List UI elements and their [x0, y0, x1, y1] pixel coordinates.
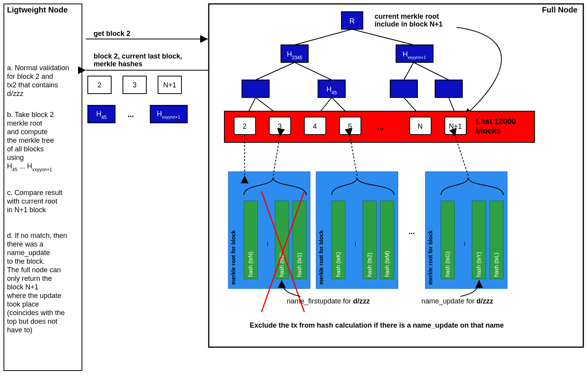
- svg-text:N: N: [418, 122, 423, 130]
- svg-text:...: ...: [351, 241, 357, 246]
- step-a: a. Normal validation for block 2 and tx2…: [7, 64, 71, 98]
- tree-l3a: [242, 80, 269, 98]
- full-node-title: Full Node: [542, 5, 577, 14]
- svg-text:hash (txL): hash (txL): [493, 253, 499, 277]
- svg-rect-6: [88, 105, 115, 123]
- svg-text:hash (tx2): hash (tx2): [366, 253, 373, 277]
- step-c: c. Compare result with current root in N…: [7, 189, 64, 214]
- annot2: name_update for d/zzz: [421, 297, 493, 305]
- svg-text:...: ...: [263, 241, 269, 246]
- svg-text:merkle root for block: merkle root for block: [230, 231, 236, 285]
- svg-text:3: 3: [278, 122, 282, 130]
- svg-line-20: [414, 62, 449, 80]
- svg-text:hash (txK): hash (txK): [335, 252, 341, 277]
- svg-text:hash (txG): hash (txG): [444, 252, 451, 277]
- svg-text:hash (txY): hash (txY): [476, 252, 482, 277]
- leaf-blocks: 2 3 4 5 ... N N+1: [234, 117, 466, 135]
- svg-text:hash (txM): hash (txM): [384, 251, 390, 277]
- svg-text:2: 2: [243, 122, 247, 130]
- between-dots: ...: [409, 227, 415, 236]
- tree-edges: [246, 29, 457, 117]
- svg-text:3: 3: [133, 81, 137, 89]
- step-d: d. If no match, then there was a name_up…: [7, 232, 69, 334]
- root-note: current merkle root include in block N+1: [375, 12, 443, 28]
- svg-line-18: [295, 62, 332, 80]
- footer-text: Exclude the tx from hash calculation if …: [250, 321, 504, 329]
- svg-text:...: ...: [377, 122, 384, 131]
- response-hashes: H45 ... Hxxyynn+1: [88, 105, 187, 123]
- svg-line-17: [256, 62, 295, 80]
- svg-text:5: 5: [348, 122, 352, 130]
- response-label: block 2, current last block, merkle hash…: [94, 52, 184, 68]
- svg-text:2: 2: [98, 81, 101, 89]
- merkle-box-2: merkle root for block hash (txK) ... has…: [316, 137, 398, 289]
- lightweight-title: Ligtweight Node: [7, 5, 68, 14]
- tree-l3d: [435, 80, 462, 98]
- svg-text:N+1: N+1: [449, 122, 462, 130]
- svg-text:R: R: [350, 17, 355, 25]
- request-label: get block 2: [94, 30, 130, 37]
- root-note-arrow: [457, 27, 501, 116]
- svg-text:merkle root for block: merkle root for block: [427, 231, 433, 285]
- svg-text:4: 4: [313, 122, 317, 130]
- merkle-box-1: merkle root for block hash (txN) ... has…: [228, 135, 310, 312]
- svg-text:N+1: N+1: [163, 81, 176, 89]
- svg-text:...: ...: [460, 241, 466, 246]
- svg-line-15: [295, 29, 352, 45]
- merkle-box-3: merkle root for block hash (txG) ... has…: [425, 137, 507, 289]
- step-b: b. Take block 2 merkle root and compute …: [7, 111, 56, 172]
- svg-rect-9: [150, 105, 187, 123]
- tree-l3c: [390, 80, 417, 98]
- response-blocks: 2 3 N+1: [88, 76, 181, 94]
- svg-text:hash (tx1): hash (tx1): [296, 253, 302, 277]
- svg-line-16: [352, 29, 414, 45]
- svg-text:hash (txN): hash (txN): [247, 252, 254, 277]
- annot1: name_firstupdate for d/zzz: [287, 297, 370, 305]
- tree-Hxxyynn1: [396, 45, 433, 62]
- svg-text:...: ...: [128, 110, 134, 119]
- svg-text:merkle root for block: merkle root for block: [318, 231, 324, 285]
- svg-line-19: [404, 62, 414, 80]
